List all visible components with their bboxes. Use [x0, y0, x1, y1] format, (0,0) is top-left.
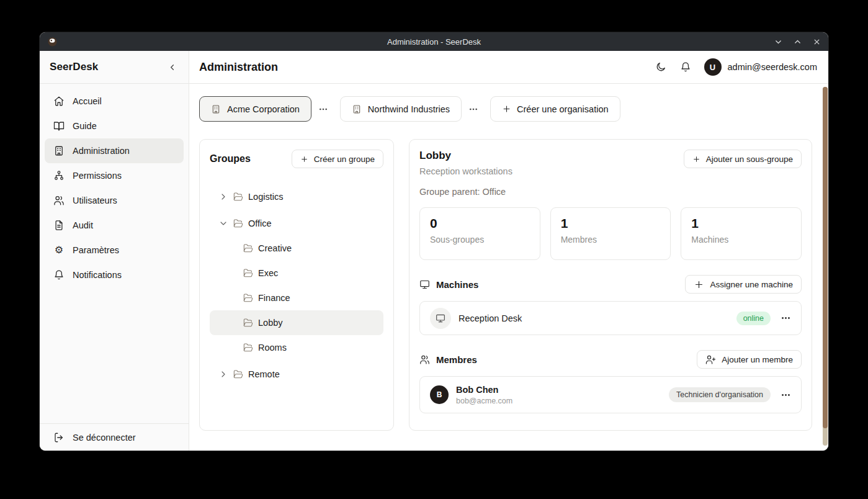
folder-open-icon — [243, 293, 253, 303]
user-avatar: U — [704, 58, 722, 76]
folder-open-icon — [233, 218, 243, 228]
create-organisation-label: Créer une organisation — [517, 104, 609, 114]
file-text-icon — [53, 220, 65, 231]
ellipsis-icon — [468, 104, 478, 114]
main-header: Administration U admin@seerdesk.com — [189, 51, 828, 84]
sidebar-nav: Accueil Guide Administration Permissions… — [40, 84, 189, 423]
ellipsis-icon — [781, 390, 791, 400]
machines-section-header: Machines Assigner une machine — [419, 275, 802, 294]
group-title: Lobby — [419, 150, 512, 162]
member-email: bob@acme.com — [456, 397, 512, 405]
add-member-label: Ajouter un membre — [722, 355, 793, 364]
chevron-right-icon — [218, 369, 228, 379]
sidebar-collapse-button[interactable] — [165, 60, 179, 74]
page-title: Administration — [199, 61, 278, 74]
plus-icon — [502, 104, 511, 114]
window-maximize-icon[interactable] — [794, 38, 802, 46]
tree-row-creative[interactable]: Creative — [210, 236, 383, 261]
theme-toggle-button[interactable] — [655, 61, 667, 73]
tree-row-label: Creative — [258, 243, 292, 253]
stat-value: 0 — [430, 216, 530, 231]
sidebar-item-label: Accueil — [73, 96, 102, 106]
sidebar-item-notifications[interactable]: Notifications — [45, 263, 184, 287]
create-organisation-button[interactable]: Créer une organisation — [490, 96, 620, 122]
tree-row-label: Logistics — [248, 192, 283, 202]
tree-row-exec[interactable]: Exec — [210, 261, 383, 285]
book-open-icon — [53, 120, 65, 132]
sidebar-item-utilisateurs[interactable]: Utilisateurs — [45, 188, 184, 213]
scrollbar-thumb[interactable] — [823, 87, 828, 428]
logout-icon — [53, 432, 65, 443]
sidebar-item-administration[interactable]: Administration — [45, 138, 184, 163]
org-northwind-more-button[interactable] — [462, 100, 485, 119]
stat-label: Membres — [561, 235, 661, 245]
stat-card-subgroups: 0 Sous-groupes — [419, 207, 540, 260]
sidebar-item-parametres[interactable]: ⚙ Paramètres — [45, 238, 184, 263]
sidebar-item-audit[interactable]: Audit — [45, 213, 184, 238]
chevron-down-icon — [218, 218, 228, 228]
bell-icon — [53, 269, 65, 281]
tree-row-remote[interactable]: Remote — [210, 362, 383, 387]
ellipsis-icon — [318, 104, 328, 114]
logout-button[interactable]: Se déconnecter — [45, 425, 184, 450]
building-icon — [352, 104, 362, 114]
users-icon — [53, 195, 65, 206]
tree-row-label: Office — [248, 218, 272, 228]
org-tab-acme-corporation[interactable]: Acme Corporation — [199, 96, 311, 122]
stat-label: Machines — [691, 235, 791, 245]
member-name: Bob Chen — [456, 385, 512, 395]
machine-avatar — [430, 308, 451, 329]
member-row[interactable]: B Bob Chen bob@acme.com Technicien d'org… — [419, 376, 802, 413]
tree-row-label: Lobby — [258, 318, 283, 328]
add-member-button[interactable]: Ajouter un membre — [697, 350, 802, 369]
machine-actions-button[interactable] — [781, 313, 791, 323]
folder-open-icon — [233, 369, 243, 379]
members-section-title: Membres — [436, 354, 477, 365]
home-icon — [53, 96, 65, 107]
create-group-button[interactable]: Créer un groupe — [292, 150, 383, 168]
building-icon — [211, 104, 221, 114]
organisation-bar: Acme Corporation Northwind Industries — [199, 96, 812, 122]
groups-tree: Logistics Office Creative — [210, 184, 383, 387]
sidebar-item-label: Audit — [73, 220, 93, 230]
tree-row-label: Finance — [258, 293, 290, 303]
building-icon — [53, 145, 65, 156]
stats-row: 0 Sous-groupes 1 Membres 1 Machines — [419, 207, 802, 260]
tree-row-label: Remote — [248, 369, 280, 379]
sidebar-item-guide[interactable]: Guide — [45, 114, 184, 138]
sidebar-item-permissions[interactable]: Permissions — [45, 163, 184, 188]
user-menu[interactable]: U admin@seerdesk.com — [704, 58, 817, 76]
add-subgroup-button[interactable]: Ajouter un sous-groupe — [684, 150, 802, 168]
tree-row-label: Exec — [258, 268, 278, 278]
tree-row-finance[interactable]: Finance — [210, 285, 383, 310]
main-area: Administration U admin@seerdesk.com — [189, 51, 828, 451]
sidebar-item-label: Utilisateurs — [73, 196, 117, 205]
create-group-label: Créer un groupe — [314, 155, 375, 164]
user-email: admin@seerdesk.com — [728, 62, 817, 72]
groups-panel-title: Groupes — [210, 153, 251, 164]
member-actions-button[interactable] — [781, 390, 791, 400]
assign-machine-button[interactable]: Assigner une machine — [685, 275, 802, 294]
sidebar-item-label: Guide — [73, 121, 97, 131]
org-tab-northwind-industries[interactable]: Northwind Industries — [340, 96, 462, 122]
group-detail-panel: Lobby Reception workstations Groupe pare… — [409, 139, 812, 431]
tree-row-lobby[interactable]: Lobby — [210, 310, 383, 335]
machine-status-badge: online — [736, 312, 771, 325]
window-minimize-icon[interactable] — [774, 38, 782, 46]
folder-open-icon — [243, 268, 253, 278]
user-plus-icon — [705, 354, 716, 365]
notifications-button[interactable] — [679, 61, 692, 73]
stat-value: 1 — [561, 216, 661, 231]
machine-row[interactable]: Reception Desk online — [419, 301, 802, 335]
sidebar-item-accueil[interactable]: Accueil — [45, 89, 184, 114]
org-tab-label: Acme Corporation — [227, 104, 300, 114]
tree-row-rooms[interactable]: Rooms — [210, 335, 383, 360]
assign-machine-label: Assigner une machine — [710, 280, 793, 289]
tree-row-logistics[interactable]: Logistics — [210, 184, 383, 209]
window-close-icon[interactable] — [813, 38, 821, 46]
sidebar-item-label: Paramètres — [73, 245, 119, 255]
org-acme-more-button[interactable] — [311, 100, 335, 119]
tree-row-office[interactable]: Office — [210, 211, 383, 236]
folder-open-icon — [243, 343, 253, 353]
monitor-icon — [436, 313, 445, 323]
